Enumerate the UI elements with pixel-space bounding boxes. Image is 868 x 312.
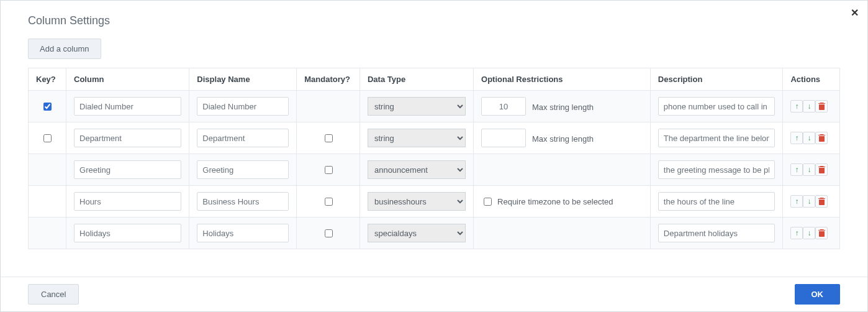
column-settings-modal: ✕ Column Settings Add a column Key? Colu… [0,0,868,312]
key-checkbox[interactable] [43,103,52,111]
mandatory-checkbox[interactable] [325,229,333,237]
table-row: stringannouncementbusinesshoursspecialda… [29,154,840,186]
mandatory-cell [297,218,360,249]
trash-icon[interactable] [815,100,828,112]
arrow-up-icon[interactable]: ↑ [790,195,803,208]
column-input[interactable] [74,224,181,242]
arrow-down-icon[interactable]: ↓ [803,163,815,176]
mandatory-checkbox[interactable] [325,134,333,142]
timezone-checkbox[interactable] [484,198,492,206]
column-input[interactable] [74,160,181,179]
description-input[interactable] [658,192,775,211]
arrow-up-icon[interactable]: ↑ [790,132,803,144]
display-cell [189,122,297,154]
table-row: stringannouncementbusinesshoursspecialda… [29,91,840,122]
column-input[interactable] [74,129,181,147]
key-cell [29,186,66,218]
arrow-up-icon[interactable]: ↑ [790,227,803,239]
optional-cell [474,154,651,186]
timezone-label: Require timezone to be selected [497,197,613,206]
display-input[interactable] [197,224,289,242]
datatype-select[interactable]: stringannouncementbusinesshoursspecialda… [368,160,466,179]
datatype-cell: stringannouncementbusinesshoursspecialda… [359,91,473,122]
description-cell [650,186,783,218]
key-cell [29,218,66,249]
actions-cell: ↑↓ [783,122,840,154]
description-cell [650,122,783,154]
optional-cell: Max string length [474,122,651,154]
table-row: stringannouncementbusinesshoursspecialda… [29,186,840,218]
arrow-up-icon[interactable]: ↑ [790,100,803,112]
description-input[interactable] [658,160,775,179]
column-input[interactable] [74,192,181,211]
trash-icon[interactable] [815,163,828,176]
header-optional: Optional Restrictions [474,68,651,91]
arrow-up-icon[interactable]: ↑ [790,163,803,176]
maxlen-input[interactable] [481,97,526,116]
column-cell [66,218,189,249]
display-input[interactable] [197,192,289,211]
timezone-option[interactable]: Require timezone to be selected [481,196,643,208]
trash-icon[interactable] [815,132,828,144]
datatype-cell: stringannouncementbusinesshoursspecialda… [359,122,473,154]
display-cell [189,186,297,218]
header-key: Key? [29,68,66,91]
optional-cell [474,218,651,249]
datatype-select[interactable]: stringannouncementbusinesshoursspecialda… [368,97,466,116]
optional-cell: Require timezone to be selected [474,186,651,218]
datatype-cell: stringannouncementbusinesshoursspecialda… [359,154,473,186]
display-input[interactable] [197,160,289,179]
arrow-down-icon[interactable]: ↓ [803,227,815,239]
display-cell [189,91,297,122]
datatype-select[interactable]: stringannouncementbusinesshoursspecialda… [368,129,466,147]
ok-button[interactable]: OK [795,284,841,305]
cancel-button[interactable]: Cancel [28,284,79,305]
column-input[interactable] [74,97,181,116]
column-cell [66,154,189,186]
description-input[interactable] [658,97,775,116]
add-column-button[interactable]: Add a column [28,39,101,59]
column-cell [66,91,189,122]
description-cell [650,154,783,186]
close-icon[interactable]: ✕ [851,7,859,19]
datatype-select[interactable]: stringannouncementbusinesshoursspecialda… [368,192,466,211]
display-input[interactable] [197,129,289,147]
key-checkbox[interactable] [43,134,52,142]
key-cell [29,122,66,154]
mandatory-cell [297,122,360,154]
display-cell [189,218,297,249]
arrow-down-icon[interactable]: ↓ [803,195,815,208]
arrow-down-icon[interactable]: ↓ [803,132,815,144]
column-cell [66,186,189,218]
datatype-select[interactable]: stringannouncementbusinesshoursspecialda… [368,224,466,242]
description-input[interactable] [658,129,775,147]
datatype-cell: stringannouncementbusinesshoursspecialda… [359,186,473,218]
key-cell [29,91,66,122]
mandatory-checkbox[interactable] [325,166,333,174]
description-cell [650,91,783,122]
actions-cell: ↑↓ [783,186,840,218]
column-cell [66,122,189,154]
display-input[interactable] [197,97,289,116]
mandatory-cell [297,91,360,122]
trash-icon[interactable] [815,227,828,239]
mandatory-cell [297,186,360,218]
description-cell [650,218,783,249]
table-row: stringannouncementbusinesshoursspecialda… [29,122,840,154]
key-cell [29,154,66,186]
maxlen-label: Max string length [532,134,594,144]
arrow-down-icon[interactable]: ↓ [803,100,815,112]
modal-body: Column Settings Add a column Key? Column… [1,1,867,249]
mandatory-checkbox[interactable] [325,198,333,206]
header-datatype: Data Type [359,68,473,91]
mandatory-cell [297,154,360,186]
trash-icon[interactable] [815,195,828,208]
columns-table: Key? Column Display Name Mandatory? Data… [28,68,840,249]
actions-cell: ↑↓ [783,218,840,249]
maxlen-input[interactable] [481,129,526,147]
optional-cell: Max string length [474,91,651,122]
datatype-cell: stringannouncementbusinesshoursspecialda… [359,218,473,249]
header-description: Description [650,68,783,91]
maxlen-label: Max string length [532,103,594,112]
description-input[interactable] [658,224,775,242]
